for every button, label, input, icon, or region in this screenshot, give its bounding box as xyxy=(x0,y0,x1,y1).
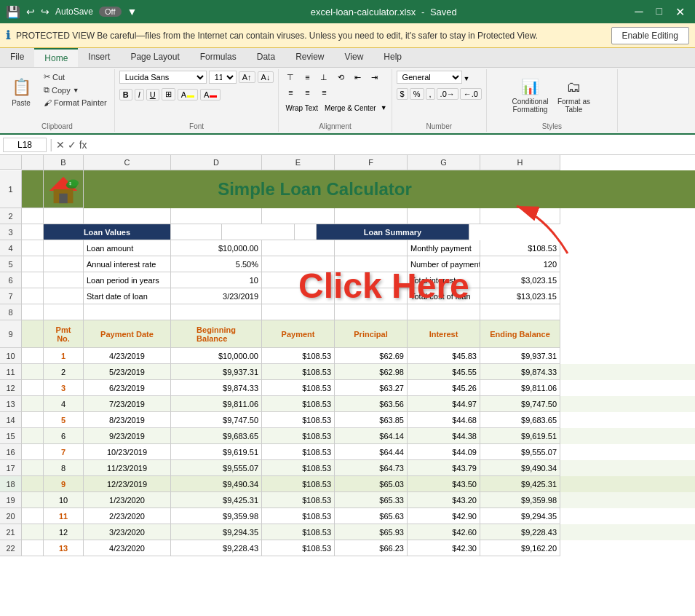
cell-r4-h[interactable]: $108.53 xyxy=(480,240,560,256)
redo-icon[interactable]: ↪ xyxy=(41,6,49,17)
cell-r8-b[interactable] xyxy=(44,304,84,320)
align-center-button[interactable]: ≡ xyxy=(300,86,314,99)
cell-r7-d[interactable]: 3/23/2019 xyxy=(171,288,262,304)
cell-r22-pay[interactable]: $108.53 xyxy=(262,540,335,556)
cell-r5-f[interactable] xyxy=(335,256,408,272)
tab-review[interactable]: Review xyxy=(285,48,334,67)
border-button[interactable]: ⊞ xyxy=(162,88,175,100)
cell-r6-b[interactable] xyxy=(44,272,84,288)
cell-r14-eb[interactable]: $9,683.65 xyxy=(480,412,560,428)
cell-r20-bb[interactable]: $9,359.98 xyxy=(171,508,262,524)
align-middle-button[interactable]: ≡ xyxy=(300,71,314,84)
cell-r7-c[interactable]: Start date of loan xyxy=(84,288,171,304)
cell-r18-date[interactable]: 12/23/2019 xyxy=(84,476,171,492)
col-header-b[interactable]: B xyxy=(44,155,84,170)
cell-r13-pri[interactable]: $63.56 xyxy=(335,396,408,412)
cell-r10-bb[interactable]: $10,000.00 xyxy=(171,348,262,364)
cell-r22-num[interactable]: 13 xyxy=(44,540,84,556)
cell-r1-b[interactable]: $ xyxy=(44,170,84,208)
cell-r14-pri[interactable]: $63.85 xyxy=(335,412,408,428)
row-header-15[interactable]: 15 xyxy=(0,428,21,444)
cell-r9-ending[interactable]: Ending Balance xyxy=(480,320,560,348)
col-header-g[interactable]: G xyxy=(408,155,480,170)
cell-r11-pay[interactable]: $108.53 xyxy=(262,364,335,380)
cell-r19-eb[interactable]: $9,359.98 xyxy=(480,492,560,508)
cell-r20-pri[interactable]: $65.63 xyxy=(335,508,408,524)
cell-r2-g[interactable] xyxy=(408,208,480,224)
cell-r17-bb[interactable]: $9,555.07 xyxy=(171,460,262,476)
cell-r10-date[interactable]: 4/23/2019 xyxy=(84,348,171,364)
cell-r20-num[interactable]: 11 xyxy=(44,508,84,524)
cell-r2-d[interactable] xyxy=(171,208,262,224)
cell-r4-f[interactable] xyxy=(335,240,408,256)
cell-r19-date[interactable]: 1/23/2020 xyxy=(84,492,171,508)
cell-r16-pri[interactable]: $64.44 xyxy=(335,444,408,460)
cell-r12-pay[interactable]: $108.53 xyxy=(262,380,335,396)
cell-r17-pri[interactable]: $64.73 xyxy=(335,460,408,476)
cell-r13-eb[interactable]: $9,747.50 xyxy=(480,396,560,412)
cell-r2-b[interactable] xyxy=(44,208,84,224)
cell-reference-input[interactable]: L18 xyxy=(3,138,47,152)
cell-r6-g[interactable]: Total interest xyxy=(408,272,480,288)
tab-page-layout[interactable]: Page Layout xyxy=(120,48,189,67)
cell-r7-a[interactable] xyxy=(22,288,44,304)
cell-r14-pay[interactable]: $108.53 xyxy=(262,412,335,428)
cell-r2-f[interactable] xyxy=(335,208,408,224)
cell-r12-int[interactable]: $45.26 xyxy=(408,380,480,396)
cell-r2-c[interactable] xyxy=(84,208,171,224)
row-header-19[interactable]: 19 xyxy=(0,492,21,508)
cell-r20-a[interactable] xyxy=(22,508,44,524)
col-header-f[interactable]: F xyxy=(335,155,408,170)
cell-r9-payment[interactable]: Payment xyxy=(262,320,335,348)
cancel-formula-icon[interactable]: ✕ xyxy=(56,139,65,151)
cell-r6-h[interactable]: $3,023.15 xyxy=(480,272,560,288)
cell-r4-e[interactable] xyxy=(262,240,335,256)
row-header-9[interactable]: 9 xyxy=(0,320,21,348)
cell-r13-a[interactable] xyxy=(22,396,44,412)
enable-editing-button[interactable]: Enable Editing xyxy=(611,27,689,44)
cell-r5-g[interactable]: Number of payments xyxy=(408,256,480,272)
cell-r11-num[interactable]: 2 xyxy=(44,364,84,380)
cell-r19-int[interactable]: $43.20 xyxy=(408,492,480,508)
cell-r19-bb[interactable]: $9,425.31 xyxy=(171,492,262,508)
row-header-1[interactable]: 1 xyxy=(0,170,21,208)
cell-r10-pay[interactable]: $108.53 xyxy=(262,348,335,364)
formula-input[interactable] xyxy=(90,138,692,151)
cell-r18-bb[interactable]: $9,490.34 xyxy=(171,476,262,492)
cell-r10-eb[interactable]: $9,937.31 xyxy=(480,348,560,364)
cell-r14-num[interactable]: 5 xyxy=(44,412,84,428)
cell-r8-a[interactable] xyxy=(22,304,44,320)
cell-r20-int[interactable]: $42.90 xyxy=(408,508,480,524)
cell-r5-h[interactable]: 120 xyxy=(480,256,560,272)
tab-formulas[interactable]: Formulas xyxy=(190,48,247,67)
col-header-a[interactable] xyxy=(22,155,44,170)
cell-r14-int[interactable]: $44.68 xyxy=(408,412,480,428)
cell-r5-a[interactable] xyxy=(22,256,44,272)
cell-r15-bb[interactable]: $9,683.65 xyxy=(171,428,262,444)
cell-r16-bb[interactable]: $9,619.51 xyxy=(171,444,262,460)
cell-r11-bb[interactable]: $9,937.31 xyxy=(171,364,262,380)
cell-r9-date[interactable]: Payment Date xyxy=(84,320,171,348)
row-header-3[interactable]: 3 xyxy=(0,224,21,240)
format-as-table-button[interactable]: 🗂 Format as Table xyxy=(553,75,594,117)
cell-r19-a[interactable] xyxy=(22,492,44,508)
cell-r11-date[interactable]: 5/23/2019 xyxy=(84,364,171,380)
conditional-formatting-button[interactable]: 📊 Conditional Formatting xyxy=(509,75,550,117)
cell-r22-date[interactable]: 4/23/2020 xyxy=(84,540,171,556)
cell-r17-num[interactable]: 8 xyxy=(44,460,84,476)
customize-icon[interactable]: ▼ xyxy=(127,6,138,17)
cell-r2-e[interactable] xyxy=(262,208,335,224)
tab-home[interactable]: Home xyxy=(34,48,78,67)
col-header-d[interactable]: D xyxy=(171,155,262,170)
dec-increase-button[interactable]: .0→ xyxy=(437,88,458,100)
row-header-6[interactable]: 6 xyxy=(0,272,21,288)
cell-r6-d[interactable]: 10 xyxy=(171,272,262,288)
cell-r14-date[interactable]: 8/23/2019 xyxy=(84,412,171,428)
row-header-17[interactable]: 17 xyxy=(0,460,21,476)
tab-insert[interactable]: Insert xyxy=(78,48,120,67)
cell-r9-balance[interactable]: BeginningBalance xyxy=(171,320,262,348)
cell-r6-c[interactable]: Loan period in years xyxy=(84,272,171,288)
cell-r11-pri[interactable]: $62.98 xyxy=(335,364,408,380)
cell-r12-bb[interactable]: $9,874.33 xyxy=(171,380,262,396)
cell-r9-a[interactable] xyxy=(22,320,44,348)
